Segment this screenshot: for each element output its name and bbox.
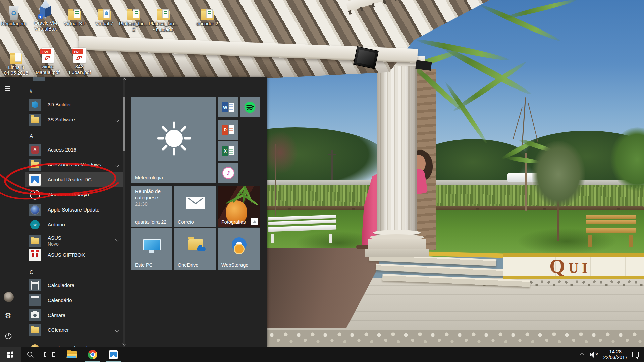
photo-power-pole: [331, 150, 333, 182]
tile-powerpoint[interactable]: P: [218, 120, 238, 140]
app-item-alarmes-relogio[interactable]: Alarmes e Relógio: [25, 187, 123, 202]
app-item-access-2016[interactable]: A Access 2016: [25, 142, 123, 157]
recycle-bin-icon: ♻: [8, 6, 19, 20]
photo-column-plinth: [365, 249, 429, 257]
onedrive-folder-icon: [188, 239, 203, 250]
photo-power-pole-crossbar: [328, 154, 336, 155]
folder-icon: [201, 11, 214, 20]
tile-excel[interactable]: X: [218, 141, 238, 161]
app-item-apple-software-update[interactable]: Apple Software Update: [25, 202, 123, 217]
app-item-sublabel: Novo: [48, 241, 61, 247]
app-item-acrobat-reader-dc[interactable]: Acrobat Reader DC: [25, 172, 123, 187]
cloud-icon: [197, 247, 206, 251]
desktop-icon-label: Virtual XP: [59, 21, 91, 27]
folder-icon: [29, 324, 41, 336]
task-view-button[interactable]: [42, 347, 58, 362]
desktop-icon-plafesa-mudado[interactable]: Plafesa_Lin... - mudado: [148, 2, 179, 33]
section-header-c[interactable]: C: [30, 269, 33, 275]
app-item-clipped-bottom[interactable]: Candy Crush Soda Saga: [25, 341, 123, 347]
tile-spotify[interactable]: [240, 97, 260, 117]
file-explorer-button[interactable]: [64, 347, 80, 362]
folder-icon: [29, 235, 41, 247]
ground-sign-text: Qui: [549, 255, 591, 278]
desktop-icon-encoder-2[interactable]: encoder 2: [192, 2, 223, 27]
chrome-icon: [88, 350, 97, 359]
clock-time: 14:28: [603, 349, 628, 355]
section-header-a[interactable]: A: [30, 133, 33, 139]
camera-icon: [29, 309, 41, 321]
app-item-asus[interactable]: ASUSNovo: [25, 232, 123, 250]
photo-wooden-bench: [586, 215, 636, 247]
desktop-icon-343-pdf[interactable]: PDF 343 1 Joan.pdf: [64, 45, 95, 75]
start-button[interactable]: [0, 347, 21, 362]
tile-webstorage[interactable]: WebStorage: [218, 228, 260, 270]
app-item-calendario[interactable]: Calendário: [25, 293, 123, 308]
tile-label: OneDrive: [178, 262, 198, 268]
tile-label: WebStorage: [221, 262, 248, 268]
app-item-3s-software[interactable]: 3S Software: [25, 112, 123, 127]
desktop-icon-label: 343 1 Joan.pdf: [64, 64, 95, 75]
desktop-icon-label: Virtual 7: [89, 21, 120, 27]
desktop-icon-label: Plafesa_Lin... - mudado: [148, 21, 179, 33]
desktop-icon-linha-3[interactable]: Linha 3 04 05 2016: [0, 46, 32, 76]
apple-update-icon: [29, 204, 41, 216]
photos-icon: [109, 350, 118, 359]
photo-column-shaft: [377, 66, 417, 237]
desktop-icon-virtualbox[interactable]: Oracle VM VirtualBox: [30, 1, 61, 32]
tile-word[interactable]: W: [218, 97, 238, 117]
desktop-icon-wincc-manual[interactable]: PDF wincc Manual.pdf: [32, 45, 63, 75]
action-center-button[interactable]: [632, 352, 639, 357]
desktop-icon-recycle-bin[interactable]: ♻ Reciclagem: [0, 2, 30, 27]
app-item-ccleaner[interactable]: CCleaner: [25, 323, 123, 338]
excel-icon: X: [222, 146, 234, 156]
app-item-arduino[interactable]: ∞ Arduino: [25, 217, 123, 232]
taskbar-clock[interactable]: 14:28 22/03/2017: [603, 349, 628, 360]
desktop-icon-label: Linha 3 04 05 2016: [0, 65, 32, 76]
tile-correio[interactable]: Correio: [174, 186, 216, 227]
folder-icon: [29, 114, 41, 126]
chevron-down-icon: [115, 118, 119, 122]
folder-icon: [98, 11, 111, 20]
tile-itunes[interactable]: ♪: [218, 163, 238, 183]
tile-label: quarta-feira 22: [135, 219, 166, 225]
calendar-event-time: 21:30: [135, 201, 148, 207]
chrome-button[interactable]: [85, 347, 101, 362]
photo-pebble-strip-bottom: [215, 330, 644, 347]
app-item-calculadora[interactable]: Calculadora: [25, 278, 123, 293]
volume-muted-button[interactable]: ✕: [590, 352, 598, 358]
tile-este-pc[interactable]: Este PC: [131, 228, 172, 270]
tile-label: Meteorologia: [135, 175, 163, 180]
app-item-3d-builder[interactable]: 3D Builder: [25, 97, 123, 112]
desktop-icon-virtual-7[interactable]: Virtual 7: [89, 2, 120, 27]
virtualbox-icon: [38, 3, 54, 19]
folder-icon: [68, 11, 81, 20]
sun-icon: [156, 120, 193, 157]
photos-badge-icon: [251, 218, 258, 225]
word-icon: W: [222, 102, 234, 112]
tile-label: Este PC: [135, 262, 153, 268]
pdf-file-icon: PDF: [73, 48, 86, 63]
tile-onedrive[interactable]: OneDrive: [174, 228, 216, 270]
tray-show-hidden-button[interactable]: [580, 352, 584, 357]
calendar-event-line2: catequese: [135, 195, 158, 200]
search-icon: [26, 351, 34, 358]
clock-date: 22/03/2017: [603, 355, 628, 360]
tile-meteorologia[interactable]: Meteorologia: [131, 97, 216, 183]
pdf-file-icon: PDF: [42, 48, 54, 63]
folder-icon: [10, 54, 22, 64]
app-item-asus-giftbox[interactable]: ASUS GIFTBOX: [25, 248, 123, 262]
tile-calendario-live[interactable]: Reunião de catequese 21:30 quarta-feira …: [131, 186, 172, 227]
app-item-camara[interactable]: Câmara: [25, 308, 123, 323]
tile-fotografias[interactable]: Fotografias: [218, 186, 260, 227]
calendar-event-line1: Reunião de: [135, 188, 161, 194]
photos-button[interactable]: [105, 347, 121, 362]
desktop-icon-plafesa-2[interactable]: Plafesa_Lin... 2: [118, 2, 150, 33]
gift-icon: [29, 249, 41, 261]
desktop-icon-virtual-xp[interactable]: Virtual XP: [59, 2, 91, 27]
app-item-acessorios-windows[interactable]: Acessórios do Windows: [25, 157, 123, 172]
music-note-icon: ♪: [222, 167, 234, 179]
section-header-hash[interactable]: #: [30, 88, 32, 94]
scrollbar-thumb[interactable]: [123, 97, 125, 151]
taskbar-search-button[interactable]: [22, 347, 38, 362]
app-list-scrollbar[interactable]: [123, 77, 125, 347]
